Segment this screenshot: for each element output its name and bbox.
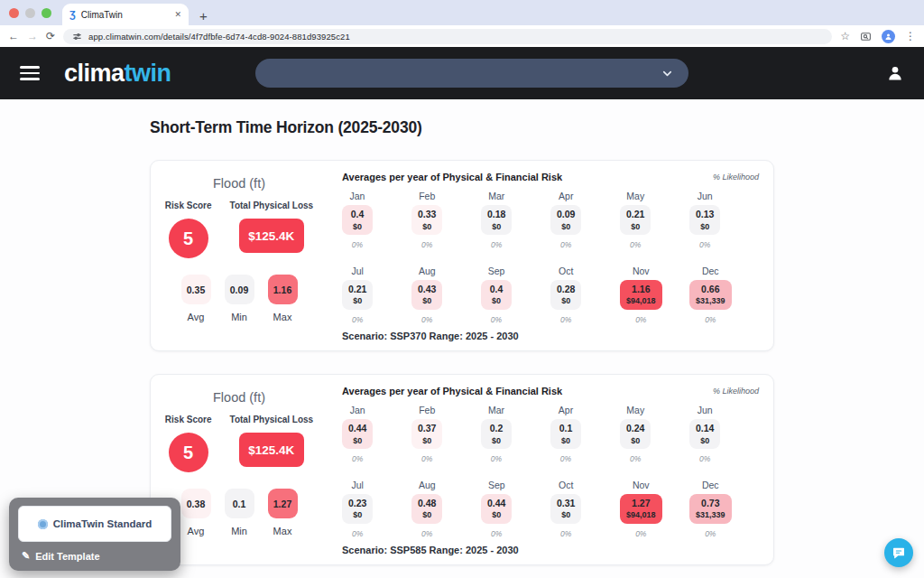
loss-amount: $0 (418, 510, 436, 520)
likelihood-value: 0% (705, 315, 716, 324)
month-chip[interactable]: 0.66 $31,339 (689, 280, 732, 310)
risk-value: 0.13 (696, 209, 714, 220)
stat-label: Min (225, 526, 254, 536)
template-selector[interactable]: ClimaTwin Standard (18, 506, 171, 542)
profile-avatar[interactable] (882, 30, 895, 43)
month-cell: Aug 0.43 $0 0% (411, 266, 481, 330)
edit-template-button[interactable]: ✎ Edit Template (18, 550, 171, 562)
stat-label: Max (268, 312, 298, 322)
month-chip[interactable]: 0.21 $0 (620, 205, 651, 235)
stat: 0.1 Min (225, 489, 254, 536)
stat-chip: 0.38 (181, 489, 211, 518)
likelihood-value: 0% (491, 315, 502, 324)
bookmark-icon[interactable]: ☆ (840, 30, 850, 42)
stat-label: Max (268, 526, 298, 536)
month-cell: Feb 0.37 $0 0% (411, 405, 481, 469)
months-grid: Jan 0.44 $0 0% Feb (342, 405, 759, 543)
climatwin-favicon-icon: Ʒ (69, 10, 76, 20)
maximize-window-button[interactable] (42, 8, 51, 18)
risk-value: 0.66 (696, 284, 725, 295)
grid-title: Averages per year of Physical & Financia… (342, 386, 562, 396)
month-chip[interactable]: 1.16 $94,018 (620, 280, 662, 310)
month-cell: Sep 0.4 $0 0% (481, 266, 550, 330)
likelihood-value: 0% (630, 454, 641, 463)
hamburger-menu-icon[interactable] (20, 66, 40, 80)
month-label: Mar (488, 405, 504, 415)
month-cell: Jun 0.14 $0 0% (689, 405, 759, 469)
browser-tab-climatwin[interactable]: Ʒ ClimaTwin ✕ (62, 4, 189, 25)
likelihood-value: 0% (491, 240, 502, 249)
month-label: Sep (488, 480, 505, 490)
risk-value: 0.48 (418, 498, 436, 509)
risk-value: 0.09 (557, 209, 575, 220)
loss-amount: $0 (418, 296, 436, 306)
chat-button[interactable] (884, 538, 913, 567)
month-chip[interactable]: 0.4 $0 (342, 205, 373, 235)
month-cell: Oct 0.28 $0 0% (550, 266, 620, 330)
month-chip[interactable]: 0.13 $0 (689, 205, 720, 235)
month-chip[interactable]: 0.28 $0 (550, 280, 581, 310)
loss-amount: $94,018 (626, 296, 656, 306)
template-name: ClimaTwin Standard (53, 518, 152, 529)
risk-value: 0.4 (487, 284, 505, 295)
month-label: Oct (559, 480, 573, 490)
likelihood-value: 0% (421, 315, 432, 324)
risk-value: 0.43 (418, 284, 436, 295)
tab-search-icon[interactable] (860, 31, 872, 42)
loss-amount: $0 (487, 436, 505, 446)
months-grid: Jan 0.4 $0 0% Feb (342, 191, 759, 329)
month-chip[interactable]: 0.4 $0 (481, 280, 512, 310)
loss-amount: $0 (487, 222, 505, 232)
month-chip[interactable]: 0.33 $0 (411, 205, 442, 235)
stat-label: Min (225, 312, 254, 322)
month-chip[interactable]: 0.73 $31,339 (689, 494, 732, 524)
month-chip[interactable]: 0.24 $0 (620, 419, 651, 449)
reload-icon[interactable]: ⟳ (46, 31, 55, 42)
month-chip[interactable]: 0.44 $0 (481, 494, 512, 524)
month-chip[interactable]: 0.18 $0 (481, 205, 512, 235)
stat-chip: 1.16 (268, 275, 298, 304)
back-icon[interactable]: ← (8, 31, 19, 42)
month-label: Jul (352, 480, 364, 490)
month-chip[interactable]: 0.43 $0 (411, 280, 442, 310)
month-cell: Nov 1.27 $94,018 0% (620, 480, 689, 544)
close-window-button[interactable] (9, 8, 19, 18)
month-chip[interactable]: 0.14 $0 (689, 419, 720, 449)
stat-label: Avg (181, 526, 211, 536)
month-chip[interactable]: 0.09 $0 (550, 205, 581, 235)
user-icon[interactable] (886, 64, 904, 82)
month-cell: Nov 1.16 $94,018 0% (620, 266, 689, 330)
window-controls (0, 0, 62, 25)
month-chip[interactable]: 0.21 $0 (342, 280, 373, 310)
template-popup: ClimaTwin Standard ✎ Edit Template (9, 498, 180, 571)
stat: 1.16 Max (268, 275, 298, 322)
risk-card-ssp370: Flood (ft) Risk Score 5 Total Physical L… (150, 160, 774, 351)
month-chip[interactable]: 0.44 $0 (342, 419, 373, 449)
close-tab-icon[interactable]: ✕ (174, 10, 181, 19)
month-chip[interactable]: 0.48 $0 (411, 494, 442, 524)
risk-score-label: Risk Score (165, 200, 212, 210)
month-chip[interactable]: 0.31 $0 (550, 494, 581, 524)
month-chip[interactable]: 0.37 $0 (411, 419, 442, 449)
month-cell: Dec 0.73 $31,339 0% (689, 480, 759, 544)
stat: 0.38 Avg (181, 489, 211, 536)
month-chip[interactable]: 0.2 $0 (481, 419, 512, 449)
new-tab-button[interactable]: + (199, 9, 208, 23)
month-cell: Jun 0.13 $0 0% (689, 191, 759, 255)
month-chip[interactable]: 0.1 $0 (550, 419, 581, 449)
likelihood-value: 0% (560, 454, 571, 463)
tab-title: ClimaTwin (81, 10, 170, 20)
header-dropdown[interactable] (255, 59, 688, 88)
browser-tabstrip: Ʒ ClimaTwin ✕ + (0, 0, 924, 25)
climatwin-logo[interactable]: climatwin (64, 60, 171, 88)
likelihood-value: 0% (635, 315, 646, 324)
month-label: Oct (559, 266, 573, 276)
month-chip[interactable]: 1.27 $94,018 (620, 494, 662, 524)
risk-value: 0.21 (348, 284, 366, 295)
minimize-window-button[interactable] (25, 8, 35, 18)
site-info-icon[interactable] (72, 32, 82, 42)
month-chip[interactable]: 0.23 $0 (342, 494, 373, 524)
address-bar[interactable]: app.climatwin.com/details/4f7dfbfe-6d74-… (63, 29, 832, 44)
loss-amount: $0 (696, 222, 714, 232)
browser-menu-icon[interactable]: ⋮ (905, 30, 916, 42)
